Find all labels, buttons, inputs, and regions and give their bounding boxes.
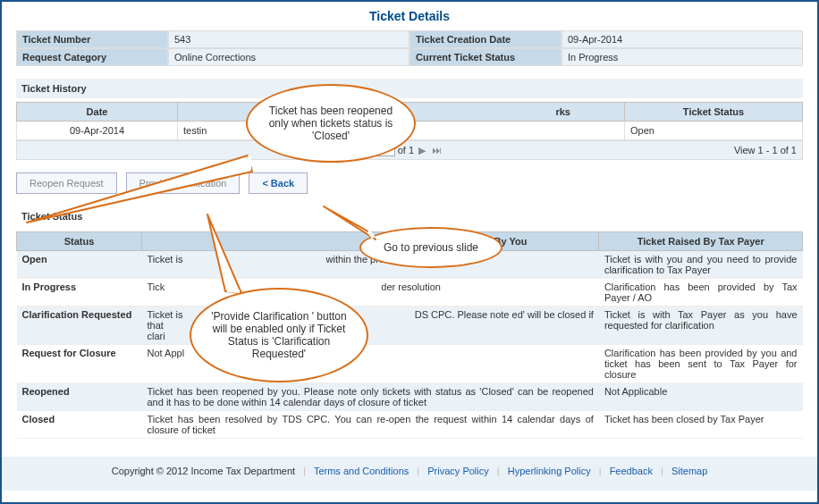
status-by-tp: Ticket has been closed by Tax Payer: [599, 411, 803, 439]
table-row: Reopened Ticket has been reopened by you…: [17, 383, 803, 411]
ticket-number-label: Ticket Number: [16, 30, 168, 48]
callout-reopen: Ticket has been reopened only when ticke…: [246, 84, 416, 163]
ticket-number-value: 543: [168, 30, 410, 48]
status-col-by-tp: Ticket Raised By Tax Payer: [599, 232, 803, 251]
pager-next-icon[interactable]: ▶: [418, 145, 426, 155]
status-name: Closed: [17, 411, 142, 439]
copyright: Copyright © 2012 Income Tax Department: [112, 466, 295, 476]
footer-link-sitemap[interactable]: Sitemap: [671, 466, 707, 476]
table-row: Request for Closure Not Appl Clarificati…: [17, 345, 803, 383]
creation-date-label: Ticket Creation Date: [410, 30, 561, 48]
page-title: Ticket Details: [2, 2, 817, 30]
footer-link-terms[interactable]: Terms and Conditions: [314, 466, 409, 476]
callout-back: Go to previous slide: [359, 227, 502, 268]
status-by-tp: Ticket is with Tax Payer as you have req…: [599, 307, 803, 345]
pager-last-icon[interactable]: ⏭: [432, 145, 442, 155]
status-by-you: Ticket has been reopened by you. Please …: [142, 383, 599, 411]
status-by-tp: Ticket is with you and you need to provi…: [599, 251, 803, 279]
status-by-you: Ticket has been resolved by TDS CPC. You…: [142, 411, 599, 439]
history-status: Open: [625, 122, 803, 140]
status-name: Request for Closure: [17, 345, 142, 383]
status-by-tp: Not Applicable: [599, 383, 803, 411]
status-by-tp: Clarification has been provided by Tax P…: [599, 279, 803, 307]
callout-clarify: 'Provide Clarification ' button will be …: [190, 288, 368, 382]
status-by-tp: Clarification has been provided by you a…: [599, 345, 803, 383]
history-col-date: Date: [17, 103, 178, 122]
status-name: Clarification Requested: [17, 307, 142, 345]
footer-link-feedback[interactable]: Feedback: [610, 466, 653, 476]
current-status-label: Current Ticket Status: [410, 48, 561, 66]
category-label: Request Category: [16, 48, 168, 66]
footer-link-hyperlinking[interactable]: Hyperlinking Policy: [508, 466, 591, 476]
table-row: Clarification Requested Ticket is that c…: [17, 307, 803, 345]
category-value: Online Corrections: [168, 48, 410, 66]
footer-link-privacy[interactable]: Privacy Policy: [427, 466, 488, 476]
pager-view-range: View 1 - 1 of 1: [734, 145, 797, 155]
creation-date-value: 09-Apr-2014: [561, 30, 803, 48]
status-name: Reopened: [17, 383, 142, 411]
current-status-value: In Progress: [561, 48, 803, 66]
history-col-status: Ticket Status: [625, 103, 803, 122]
table-row: Closed Ticket has been resolved by TDS C…: [17, 411, 803, 439]
footer: Copyright © 2012 Income Tax Department |…: [2, 457, 817, 491]
